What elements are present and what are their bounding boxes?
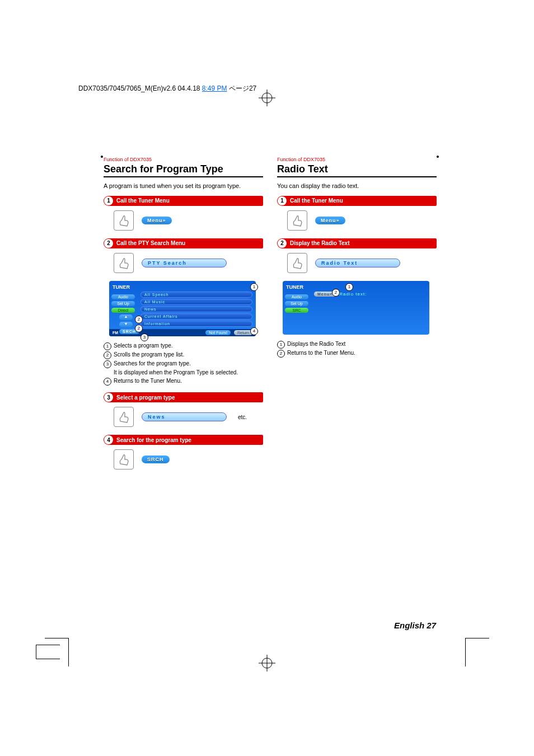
- pty-item[interactable]: Information: [140, 321, 252, 327]
- content-columns: Function of DDX7035 Search for Program T…: [104, 157, 439, 477]
- callout-2b: 2: [135, 325, 143, 332]
- touch-icon: [114, 210, 134, 231]
- crop-dot-tl: [101, 156, 103, 158]
- step-number: 1: [104, 196, 113, 205]
- section-title: Radio Text: [277, 163, 437, 175]
- intro-text: A program is tuned when you set its prog…: [104, 182, 263, 190]
- note-text: Searches for the program type.: [114, 360, 191, 367]
- note-num: 3: [104, 360, 111, 368]
- touch-row: SRCH: [114, 449, 263, 469]
- step-label: Search for the program type: [116, 437, 191, 443]
- touch-row: Radio Text: [287, 253, 437, 273]
- etc-label: etc.: [238, 414, 247, 420]
- side-src[interactable]: SRC: [285, 308, 308, 313]
- step-2-bar: 2 Display the Radio Text: [277, 238, 437, 248]
- note-text: Displays the Radio Text: [287, 341, 345, 347]
- step-1-bar: 1 Call the Tuner Menu: [277, 196, 437, 206]
- header-time: 8:49 PM: [202, 84, 227, 92]
- callout-1: 1: [345, 283, 353, 291]
- step-number: 2: [278, 239, 287, 248]
- print-header: DDX7035/7045/7065_M(En)v2.6 04.4.18 8:49…: [78, 84, 256, 93]
- callout-4: 4: [250, 327, 258, 335]
- touch-icon: [114, 253, 134, 273]
- pty-list: All Speech All Music News Current Affair…: [140, 292, 252, 327]
- note-text: Selects a program type.: [114, 342, 173, 349]
- step-label: Call the PTY Search Menu: [116, 240, 185, 246]
- touch-row: Menu»: [114, 210, 263, 231]
- registration-mark-mid: [259, 655, 275, 672]
- function-label: Function of DDX7035: [277, 157, 437, 162]
- callout-1: 1: [250, 283, 258, 291]
- side-setup[interactable]: Set Up: [111, 301, 135, 306]
- menu-button[interactable]: Menu»: [142, 217, 172, 224]
- callout-2: 2: [332, 289, 340, 297]
- step-number: 1: [278, 196, 287, 205]
- tuner-screen: TUNER Audio Set Up Direct ▲ ▼ SRCH All S…: [109, 281, 256, 336]
- registration-mark-br: [465, 638, 489, 666]
- callout-2: 2: [135, 316, 143, 323]
- screen-side-buttons: Audio Set Up SRC: [285, 294, 308, 313]
- note-text: Scrolls the program type list.: [114, 351, 184, 358]
- touch-icon: [287, 210, 307, 231]
- touch-icon: [287, 253, 307, 273]
- note-text: It is displayed when the Program Type is…: [114, 369, 238, 375]
- function-label: Function of DDX7035: [104, 157, 263, 162]
- note-num: 1: [277, 341, 285, 349]
- radio-text-display: Radio text:: [339, 292, 367, 297]
- step-number: 3: [104, 393, 113, 402]
- side-direct[interactable]: Direct: [111, 308, 135, 313]
- step-label: Call the Tuner Menu: [290, 198, 343, 204]
- title-rule: [104, 176, 263, 177]
- step-label: Call the Tuner Menu: [116, 198, 170, 204]
- step-number: 4: [104, 435, 113, 444]
- step-number: 2: [104, 239, 113, 248]
- pty-item[interactable]: News: [140, 306, 252, 312]
- touch-row: News etc.: [114, 407, 263, 427]
- note-num: 4: [104, 378, 111, 386]
- note-num: 2: [104, 351, 111, 359]
- callout-3: 3: [140, 334, 148, 341]
- screen-title: TUNER: [113, 284, 252, 290]
- srch-button[interactable]: SRCH: [142, 456, 170, 463]
- notes-list: 1Selects a program type. 2Scrolls the pr…: [104, 342, 263, 386]
- step-2-bar: 2 Call the PTY Search Menu: [104, 238, 263, 248]
- registration-mark-top: [259, 90, 275, 106]
- touch-icon: [114, 407, 134, 427]
- screen-title: TUNER: [286, 284, 426, 290]
- radio-text-button[interactable]: Radio Text: [315, 259, 400, 267]
- side-audio[interactable]: Audio: [111, 294, 135, 299]
- menu-button[interactable]: Menu»: [315, 217, 345, 224]
- nav-down[interactable]: ▼: [119, 322, 133, 327]
- note-text: Returns to the Tuner Menu.: [287, 350, 355, 356]
- note-num: 2: [277, 350, 285, 358]
- touch-icon: [114, 449, 134, 469]
- nav-up[interactable]: ▲: [119, 314, 133, 320]
- note-text: Returns to the Tuner Menu.: [114, 378, 182, 384]
- side-audio[interactable]: Audio: [285, 294, 308, 299]
- col-search-program-type: Function of DDX7035 Search for Program T…: [104, 157, 263, 477]
- page-number: English 27: [394, 621, 436, 630]
- step-label: Display the Radio Text: [290, 240, 350, 246]
- step-label: Select a program type: [116, 395, 175, 401]
- not-found-pill: Not Found: [205, 330, 231, 335]
- pty-search-button[interactable]: PTY Search: [142, 259, 227, 267]
- step-1-bar: 1 Call the Tuner Menu: [104, 196, 263, 206]
- step-4-bar: 4 Search for the program type: [104, 435, 263, 445]
- side-setup[interactable]: Set Up: [285, 301, 308, 306]
- note-num: 1: [104, 342, 111, 350]
- header-pagejp: ページ27: [229, 84, 256, 92]
- step-3-bar: 3 Select a program type: [104, 392, 263, 402]
- intro-text: You can display the radio text.: [277, 182, 437, 190]
- pty-item[interactable]: Current Affairs: [140, 313, 252, 320]
- tuner-screen-rt: TUNER Audio Set Up SRC Menu« Radio text:…: [283, 281, 429, 335]
- header-file: DDX7035/7045/7065_M(En)v2.6 04.4.18: [78, 84, 200, 92]
- title-rule: [277, 176, 437, 177]
- touch-row: PTY Search: [114, 253, 263, 273]
- pty-item[interactable]: All Music: [140, 299, 252, 305]
- news-button[interactable]: News: [142, 412, 227, 421]
- col-radio-text: Function of DDX7035 Radio Text You can d…: [277, 157, 437, 477]
- registration-mark-bl2: [36, 645, 60, 659]
- pty-item[interactable]: All Speech: [140, 292, 252, 298]
- section-title: Search for Program Type: [104, 163, 263, 175]
- notes-list: 1Displays the Radio Text 2Returns to the…: [277, 340, 437, 358]
